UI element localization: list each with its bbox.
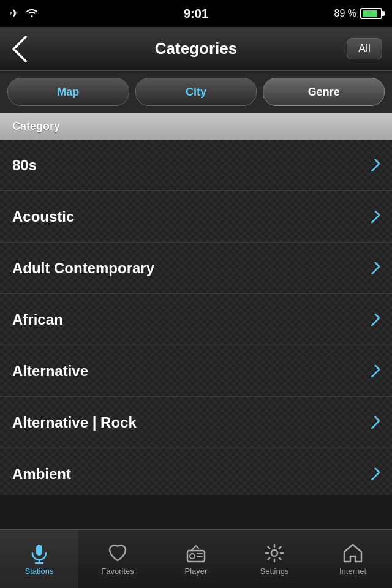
tab-map[interactable]: Map — [7, 78, 129, 106]
svg-point-7 — [271, 550, 277, 556]
list-item[interactable]: Alternative | Rock — [0, 397, 392, 448]
battery-icon — [360, 8, 382, 19]
chevron-right-icon — [367, 209, 381, 224]
status-bar: ✈ 9:01 89 % — [0, 0, 392, 27]
back-chevron-icon — [12, 35, 39, 62]
nav-settings-label: Settings — [260, 567, 289, 576]
nav-internet-label: Internet — [339, 567, 366, 576]
tab-city[interactable]: City — [135, 78, 257, 106]
all-button[interactable]: All — [347, 38, 382, 59]
tab-genre[interactable]: Genre — [263, 78, 385, 106]
status-time: 9:01 — [184, 7, 208, 21]
chevron-right-icon — [367, 158, 381, 172]
list-item[interactable]: African — [0, 294, 392, 345]
list-item-label: Alternative — [12, 363, 88, 380]
battery-percentage: 89 % — [334, 8, 356, 19]
airplane-icon: ✈ — [10, 7, 19, 20]
list-item-label: 80s — [12, 157, 37, 174]
radio-icon — [185, 542, 207, 564]
bottom-nav: Stations Favorites Player Settings Inter… — [0, 529, 392, 588]
tab-genre-label: Genre — [308, 86, 340, 99]
nav-player[interactable]: Player — [157, 530, 235, 589]
svg-point-4 — [190, 554, 195, 559]
section-label: Category — [12, 120, 60, 133]
list-item-label: Acoustic — [12, 208, 74, 225]
list-item-label: Alternative | Rock — [12, 414, 137, 431]
tab-map-label: Map — [57, 86, 79, 99]
mic-icon — [28, 542, 50, 564]
svg-rect-0 — [36, 545, 42, 556]
back-button[interactable] — [10, 36, 42, 62]
tab-buttons: Map City Genre — [0, 71, 392, 113]
nav-player-label: Player — [185, 567, 208, 576]
section-header: Category — [0, 113, 392, 140]
list-item[interactable]: Alternative — [0, 345, 392, 397]
header: Categories All — [0, 27, 392, 71]
tab-city-label: City — [186, 86, 206, 99]
list-item[interactable]: 80s — [0, 140, 392, 191]
list-item[interactable]: Acoustic — [0, 191, 392, 243]
chevron-right-icon — [367, 261, 381, 275]
list-container: 80s Acoustic Adult Contemporary African … — [0, 140, 392, 495]
nav-stations-label: Stations — [25, 567, 54, 576]
nav-favorites-label: Favorites — [101, 567, 134, 576]
nav-internet[interactable]: Internet — [314, 530, 392, 589]
house-icon — [342, 542, 364, 564]
chevron-right-icon — [367, 364, 381, 378]
gear-icon — [263, 542, 285, 564]
chevron-right-icon — [367, 467, 381, 481]
nav-favorites[interactable]: Favorites — [78, 530, 157, 589]
page-title: Categories — [155, 39, 237, 58]
heart-icon — [107, 542, 129, 564]
list-item[interactable]: Adult Contemporary — [0, 243, 392, 294]
wifi-icon — [25, 7, 39, 20]
chevron-right-icon — [367, 415, 381, 429]
list-item-label: Ambient — [12, 466, 71, 483]
list-item-label: African — [12, 311, 63, 328]
chevron-right-icon — [367, 312, 381, 326]
nav-settings[interactable]: Settings — [235, 530, 314, 589]
nav-stations[interactable]: Stations — [0, 530, 78, 589]
list-item[interactable]: Ambient — [0, 448, 392, 495]
list-item-label: Adult Contemporary — [12, 260, 154, 277]
